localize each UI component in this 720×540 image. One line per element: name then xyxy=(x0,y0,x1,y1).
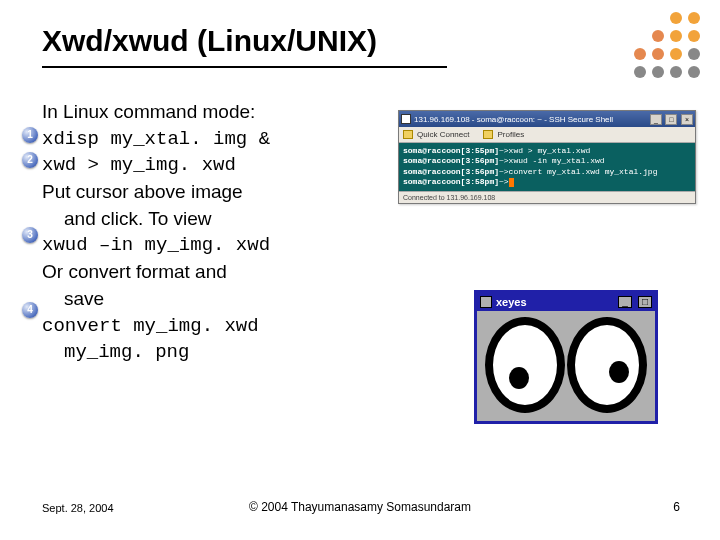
bullet-badge-3: 3 xyxy=(22,227,38,243)
close-icon[interactable]: × xyxy=(681,114,693,125)
xeyes-canvas xyxy=(477,311,655,421)
command-2: xwd > my_img. xwd xyxy=(42,153,352,178)
slide-title: Xwd/xwud (Linux/UNIX) xyxy=(42,24,377,58)
bullet-badge-1: 1 xyxy=(22,127,38,143)
command-4a: convert my_img. xwd xyxy=(42,314,352,339)
terminal-statusbar: Connected to 131.96.169.108 xyxy=(399,191,695,203)
terminal-titlebar: 131.96.169.108 - soma@raccoon: ~ - SSH S… xyxy=(399,111,695,127)
bullet-badge-2: 2 xyxy=(22,152,38,168)
xeyes-left-pupil xyxy=(509,367,529,389)
terminal-output: soma@raccoon[3:55pm]~>xwd > my_xtal.xwd … xyxy=(399,143,695,191)
corner-dot-decoration xyxy=(634,12,702,80)
command-4b: my_img. png xyxy=(42,340,352,365)
xeyes-titlebar: xeyes _ □ xyxy=(477,293,655,311)
terminal-app-icon xyxy=(401,114,411,124)
quick-connect-button[interactable]: Quick Connect xyxy=(417,130,469,139)
xeyes-right-pupil xyxy=(609,361,629,383)
bullet-badge-4: 4 xyxy=(22,302,38,318)
body-text: Put cursor above image xyxy=(42,180,352,205)
maximize-icon[interactable]: □ xyxy=(638,296,652,308)
body-text: save xyxy=(42,287,352,312)
slide-body: In Linux command mode: xdisp my_xtal. im… xyxy=(42,100,352,367)
xeyes-title-text: xeyes xyxy=(496,296,612,308)
folder-icon xyxy=(483,130,493,139)
xeyes-right-eye xyxy=(567,317,647,413)
maximize-icon[interactable]: □ xyxy=(665,114,677,125)
body-text: Or convert format and xyxy=(42,260,352,285)
footer-page-number: 6 xyxy=(673,500,680,514)
footer-copyright: © 2004 Thayumanasamy Somasundaram xyxy=(0,500,720,514)
xeyes-window: xeyes _ □ xyxy=(474,290,658,424)
command-1: xdisp my_xtal. img & xyxy=(42,127,352,152)
terminal-window: 131.96.169.108 - soma@raccoon: ~ - SSH S… xyxy=(398,110,696,204)
body-text: and click. To view xyxy=(42,207,352,232)
folder-icon xyxy=(403,130,413,139)
profiles-button[interactable]: Profiles xyxy=(497,130,524,139)
terminal-title-text: 131.96.169.108 - soma@raccoon: ~ - SSH S… xyxy=(414,115,613,124)
command-3: xwud –in my_img. xwd xyxy=(42,233,352,258)
terminal-toolbar: Quick Connect Profiles xyxy=(399,127,695,143)
minimize-icon[interactable]: _ xyxy=(650,114,662,125)
window-menu-icon[interactable] xyxy=(480,296,492,308)
title-underline xyxy=(42,66,447,68)
minimize-icon[interactable]: _ xyxy=(618,296,632,308)
body-text: In Linux command mode: xyxy=(42,100,352,125)
xeyes-left-eye xyxy=(485,317,565,413)
terminal-cursor xyxy=(509,178,514,187)
